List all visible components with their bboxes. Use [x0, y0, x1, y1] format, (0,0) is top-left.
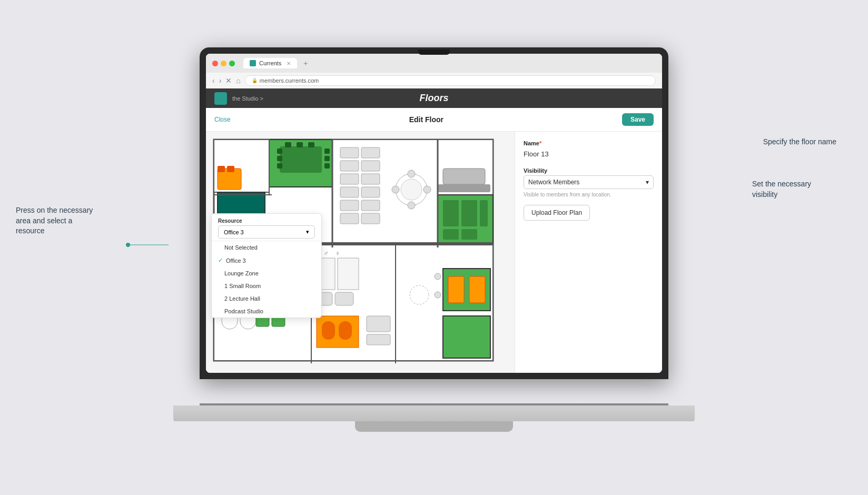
svg-point-38	[408, 170, 415, 177]
name-value: Floor 13	[524, 148, 654, 160]
upload-floor-plan-button[interactable]: Upload Floor Plan	[524, 205, 590, 221]
annotation-left: Press on the necessary area and select a…	[16, 205, 100, 236]
floor-plan-area[interactable]: ♂ ♀	[206, 132, 515, 373]
svg-text:♂: ♂	[324, 250, 329, 257]
reload-btn[interactable]: ✕	[225, 76, 232, 85]
svg-rect-13	[324, 156, 330, 161]
right-panel: Name* Floor 13 Visibility Network Member…	[515, 132, 662, 373]
new-tab-btn[interactable]: +	[303, 59, 308, 67]
address-bar[interactable]: 🔒 members.currents.com	[245, 75, 656, 86]
svg-rect-33	[361, 200, 380, 211]
dropdown-option-podcast[interactable]: Podcast Studio	[212, 305, 321, 318]
visibility-hint: Visible to members from any location.	[524, 192, 654, 197]
screen-bezel: Currents ✕ + ‹ › ✕ ⌂ 🔒 members.currents.…	[200, 47, 668, 379]
dropdown-option-small-room[interactable]: 1 Small Room	[212, 280, 321, 292]
laptop-base	[173, 405, 695, 421]
dropdown-option-lecture-hall[interactable]: 2 Lecture Hall	[212, 292, 321, 305]
svg-rect-28	[340, 174, 359, 184]
svg-point-37	[401, 179, 422, 200]
svg-rect-29	[361, 174, 380, 184]
svg-rect-77	[367, 334, 390, 345]
svg-rect-32	[340, 200, 359, 211]
name-field-group: Name* Floor 13	[524, 140, 654, 160]
app-logo	[214, 92, 227, 105]
modal-container: Close Edit Floor Save	[206, 108, 662, 373]
dropdown-option-lounge[interactable]: Lounge Zone	[212, 267, 321, 280]
camera-notch	[418, 49, 450, 55]
svg-rect-10	[277, 156, 282, 161]
browser-tab[interactable]: Currents ✕	[243, 58, 297, 68]
visibility-label: Visibility	[524, 167, 654, 174]
breadcrumb: the Studio >	[232, 95, 263, 102]
svg-point-39	[408, 202, 415, 209]
visibility-value: Network Members	[528, 179, 579, 186]
close-button[interactable]: Close	[214, 116, 231, 123]
page-wrapper: Press on the necessary area and select a…	[0, 0, 868, 495]
back-btn[interactable]: ‹	[212, 76, 215, 85]
svg-point-64	[435, 292, 441, 298]
modal-header: Close Edit Floor Save	[206, 108, 662, 132]
svg-rect-9	[277, 148, 282, 154]
visibility-field-group: Visibility Network Members ▾ Visible to …	[524, 167, 654, 197]
minimize-traffic-light[interactable]	[221, 61, 226, 66]
svg-rect-46	[461, 200, 477, 226]
svg-rect-30	[340, 187, 359, 197]
svg-rect-15	[285, 142, 291, 147]
svg-rect-45	[443, 200, 459, 226]
svg-rect-49	[480, 200, 488, 226]
app-header: the Studio > Floors	[206, 88, 662, 108]
name-label: Name*	[524, 140, 654, 146]
browser-chrome: Currents ✕ + ‹ › ✕ ⌂ 🔒 members.currents.…	[206, 54, 662, 88]
visibility-select[interactable]: Network Members ▾	[524, 175, 654, 189]
save-button[interactable]: Save	[622, 113, 654, 126]
lock-icon: 🔒	[252, 78, 258, 83]
dropdown-header: Resource Office 3 ▾	[212, 214, 321, 241]
traffic-lights	[212, 61, 235, 66]
svg-rect-12	[324, 148, 330, 154]
svg-rect-25	[361, 147, 380, 158]
resource-dropdown[interactable]: Resource Office 3 ▾ Not Selected Off	[211, 213, 322, 318]
dropdown-selected[interactable]: Office 3 ▾	[218, 225, 315, 239]
laptop-screen: Currents ✕ + ‹ › ✕ ⌂ 🔒 members.currents.…	[206, 54, 662, 373]
svg-rect-20	[218, 166, 225, 172]
svg-point-63	[435, 273, 441, 280]
svg-rect-27	[361, 161, 380, 171]
maximize-traffic-light[interactable]	[229, 61, 235, 66]
annotation-right-bottom: Set the necessary visibility	[752, 179, 836, 200]
svg-rect-11	[277, 163, 282, 169]
home-btn[interactable]: ⌂	[236, 76, 240, 85]
svg-rect-14	[324, 163, 330, 169]
close-traffic-light[interactable]	[212, 61, 218, 66]
svg-text:♀: ♀	[336, 250, 340, 257]
svg-rect-76	[367, 316, 390, 332]
svg-rect-17	[308, 142, 314, 147]
app-content: the Studio > Floors Close Edit Floor Sav…	[206, 88, 662, 373]
forward-btn[interactable]: ›	[219, 76, 222, 85]
visibility-chevron-icon: ▾	[646, 179, 649, 186]
annotation-right-top: Specify the floor name	[763, 137, 836, 147]
annotation-left-text: Press on the necessary area and select a…	[16, 206, 93, 235]
svg-rect-61	[335, 292, 353, 305]
url-text: members.currents.com	[260, 77, 319, 84]
svg-rect-24	[340, 147, 359, 158]
svg-point-41	[423, 186, 431, 193]
dropdown-selected-text: Office 3	[224, 229, 244, 235]
svg-rect-42	[443, 169, 485, 184]
svg-rect-8	[280, 146, 322, 173]
dropdown-option-office3[interactable]: Office 3	[212, 254, 321, 267]
svg-rect-16	[297, 142, 303, 147]
svg-rect-47	[443, 229, 459, 240]
svg-point-0	[126, 243, 130, 247]
svg-rect-48	[461, 229, 477, 240]
dropdown-options: Not Selected Office 3 Lounge Zone 1 Smal…	[212, 241, 321, 318]
svg-rect-74	[322, 321, 335, 340]
tab-close-btn[interactable]: ✕	[287, 61, 291, 66]
dropdown-option-not-selected[interactable]: Not Selected	[212, 241, 321, 254]
svg-rect-35	[361, 213, 380, 224]
svg-rect-26	[340, 161, 359, 171]
tab-favicon	[250, 60, 256, 66]
svg-rect-43	[438, 184, 490, 192]
svg-rect-21	[227, 166, 234, 172]
svg-rect-31	[361, 187, 380, 197]
svg-rect-67	[469, 276, 485, 303]
